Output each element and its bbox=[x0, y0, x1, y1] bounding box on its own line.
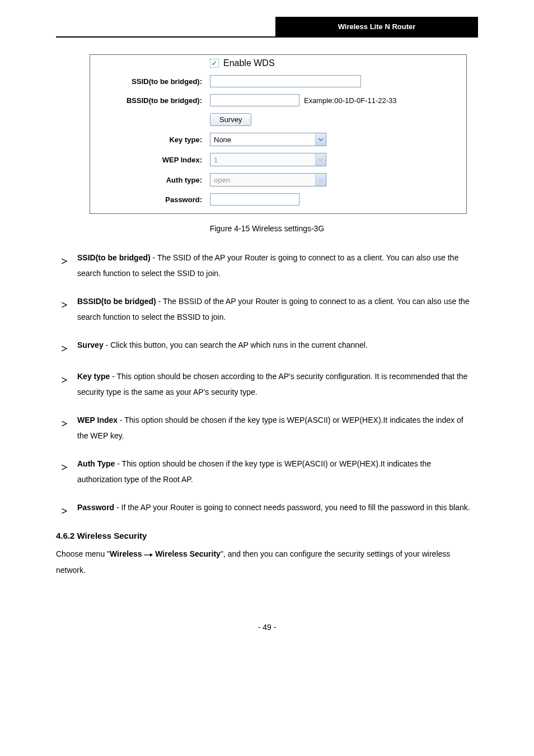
header-product: Wireless Lite N Router bbox=[275, 17, 478, 36]
wepindex-value: 1 bbox=[214, 156, 218, 164]
survey-button[interactable]: Survey bbox=[210, 113, 251, 126]
chevron-down-icon bbox=[315, 153, 326, 166]
bullet-icon bbox=[62, 250, 77, 269]
wds-config-panel: ✓ Enable WDS SSID(to be bridged): BSSID(… bbox=[90, 54, 467, 214]
ssid-label: SSID(to be bridged): bbox=[90, 77, 210, 86]
bullet-term: Auth Type bbox=[77, 459, 115, 468]
list-item: Key type - This option should be chosen … bbox=[62, 368, 472, 400]
bullet-icon bbox=[62, 368, 77, 388]
chevron-down-icon bbox=[315, 174, 326, 186]
wepindex-label: WEP Index: bbox=[90, 156, 210, 164]
authtype-value: open bbox=[214, 176, 230, 184]
bullet-icon bbox=[62, 456, 77, 475]
section-body-wireless: Wireless bbox=[110, 549, 142, 558]
password-input[interactable] bbox=[210, 193, 299, 206]
bullet-text: BSSID(to be bridged) - The BSSID of the … bbox=[77, 293, 472, 325]
arrow-right-icon bbox=[144, 547, 153, 562]
keytype-value: None bbox=[214, 136, 231, 144]
list-item: WEP Index - This option should be chosen… bbox=[62, 412, 472, 444]
bullet-term: WEP Index bbox=[77, 416, 118, 424]
bssid-example: Example:00-1D-0F-11-22-33 bbox=[304, 96, 396, 105]
list-item: Auth Type - This option should be chosen… bbox=[62, 456, 472, 487]
chevron-down-icon bbox=[315, 133, 326, 146]
page-number: - 49 - bbox=[0, 623, 534, 648]
list-item: SSID(to be bridged) - The SSID of the AP… bbox=[62, 250, 472, 281]
password-label: Password: bbox=[90, 195, 210, 204]
section-body-wireless-security: Wireless Security bbox=[155, 549, 221, 558]
section-heading: 4.6.2 Wireless Security bbox=[56, 531, 478, 540]
bullet-text: WEP Index - This option should be chosen… bbox=[77, 412, 472, 444]
bullet-desc: - This option should be chosen according… bbox=[77, 372, 467, 396]
authtype-label: Auth type: bbox=[90, 176, 210, 184]
list-item: Password - If the AP your Router is goin… bbox=[62, 500, 472, 519]
list-item: BSSID(to be bridged) - The BSSID of the … bbox=[62, 293, 472, 325]
bullet-desc: - If the AP your Router is going to conn… bbox=[114, 503, 470, 512]
section-body-part0: Choose menu " bbox=[56, 549, 110, 558]
page-header: TL-WR740N Wireless Lite N Router bbox=[56, 17, 478, 38]
bullet-desc: - This option should be chosen if the ke… bbox=[77, 459, 431, 484]
bullet-text: Password - If the AP your Router is goin… bbox=[77, 500, 472, 515]
bullet-desc: - This option should be chosen if the ke… bbox=[77, 416, 463, 440]
header-model-placeholder: TL-WR740N bbox=[56, 20, 275, 36]
bullet-icon bbox=[62, 293, 77, 312]
bullet-term: BSSID(to be bridged) bbox=[77, 297, 156, 306]
authtype-select: open bbox=[210, 173, 326, 186]
wepindex-select: 1 bbox=[210, 153, 326, 166]
bssid-input[interactable] bbox=[210, 94, 299, 106]
bullet-text: Key type - This option should be chosen … bbox=[77, 368, 472, 400]
figure-caption: Figure 4-15 Wireless settings-3G bbox=[0, 224, 534, 233]
keytype-select[interactable]: None bbox=[210, 133, 326, 146]
keytype-label: Key type: bbox=[90, 136, 210, 144]
svg-marker-1 bbox=[150, 553, 153, 557]
bullet-text: Auth Type - This option should be chosen… bbox=[77, 456, 472, 487]
bullet-term: Password bbox=[77, 503, 114, 512]
bullet-icon bbox=[62, 500, 77, 519]
check-icon: ✓ bbox=[212, 60, 217, 67]
enable-wds-checkbox[interactable]: ✓ bbox=[210, 59, 219, 68]
bullet-text: Survey - Click this button, you can sear… bbox=[77, 337, 472, 353]
bullet-term: SSID(to be bridged) bbox=[77, 253, 151, 262]
bullet-term: Survey bbox=[77, 340, 104, 349]
bullet-icon bbox=[62, 412, 77, 431]
bullet-desc: - Click this button, you can search the … bbox=[104, 340, 368, 349]
section-body: Choose menu "Wireless Wireless Security"… bbox=[56, 546, 478, 578]
bullet-term: Key type bbox=[77, 372, 110, 381]
bullet-list: SSID(to be bridged) - The SSID of the AP… bbox=[62, 250, 472, 519]
enable-wds-label: Enable WDS bbox=[223, 58, 275, 68]
bssid-label: BSSID(to be bridged): bbox=[90, 96, 210, 105]
ssid-input[interactable] bbox=[210, 75, 361, 87]
list-item: Survey - Click this button, you can sear… bbox=[62, 337, 472, 356]
bullet-text: SSID(to be bridged) - The SSID of the AP… bbox=[77, 250, 472, 281]
bullet-icon bbox=[62, 337, 77, 356]
